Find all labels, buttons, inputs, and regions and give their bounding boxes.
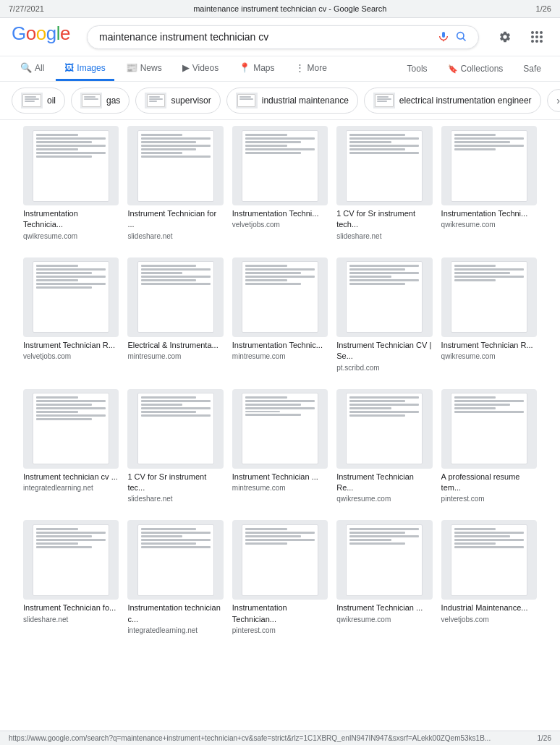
image-item-19[interactable]: Industrial Maintenance... velvetjobs.com — [441, 520, 537, 634]
image-source-4: qwikresume.com — [441, 221, 537, 229]
image-item-0[interactable]: Instrumentation Technicia... qwikresume.… — [23, 126, 119, 240]
image-title-5: Instrument Technician R... — [23, 340, 119, 351]
image-item-13[interactable]: Instrument Technician Re... qwikresume.c… — [336, 389, 432, 503]
chip-supervisor-label: supervisor — [171, 95, 211, 106]
image-source-1: slideshare.net — [127, 232, 223, 240]
image-source-9: qwikresume.com — [441, 352, 537, 360]
image-item-10[interactable]: Instrument technician cv ... integratedl… — [23, 389, 119, 503]
image-source-5: velvetjobs.com — [23, 352, 119, 360]
image-item-14[interactable]: A professional resume tem... pinterest.c… — [441, 389, 537, 503]
image-item-1[interactable]: Instrument Technician for ... slideshare… — [127, 126, 223, 240]
tab-videos-label: Videos — [192, 63, 219, 73]
image-item-17[interactable]: Instrumentation Technician... pinterest.… — [232, 520, 328, 634]
logo-e: e — [60, 22, 70, 44]
chip-gas[interactable]: gas — [71, 88, 130, 114]
google-header: Google — [0, 18, 560, 56]
image-title-11: 1 CV for Sr instrument tec... — [127, 472, 223, 494]
image-item-2[interactable]: Instrumentation Techni... velvetjobs.com — [232, 126, 328, 240]
search-input[interactable] — [99, 31, 432, 43]
apps-grid — [531, 31, 543, 43]
image-item-4[interactable]: Instrumentation Techni... qwikresume.com — [441, 126, 537, 240]
image-thumb-12 — [232, 389, 328, 469]
chip-electrical[interactable]: electrical instrumentation engineer — [364, 88, 541, 114]
image-item-15[interactable]: Instrument Technician fo... slideshare.n… — [23, 520, 119, 634]
chip-gas-thumb — [80, 93, 102, 108]
image-grid-2: Instrument Technician R... velvetjobs.co… — [12, 252, 548, 378]
image-thumb-4 — [441, 126, 537, 205]
image-thumb-5 — [23, 257, 119, 337]
chips-next-button[interactable]: › — [547, 89, 560, 112]
chip-industrial[interactable]: industrial maintenance — [226, 88, 358, 114]
image-item-9[interactable]: Instrument Technician R... qwikresume.co… — [441, 257, 537, 372]
image-thumb-11 — [127, 389, 223, 469]
nav-right: Tools 🔖 Collections Safe — [400, 59, 548, 78]
collections-button[interactable]: 🔖 Collections — [441, 59, 511, 78]
collections-label: Collections — [461, 64, 504, 74]
image-item-3[interactable]: 1 CV for Sr instrument tech... slideshar… — [336, 126, 432, 240]
image-title-10: Instrument technician cv ... — [23, 472, 119, 482]
tab-images[interactable]: 🖼 Images — [56, 56, 114, 81]
browser-bar: 7/27/2021 maintenance instrument technic… — [0, 0, 560, 18]
more-icon: ⋮ — [295, 62, 305, 73]
image-results-row3: Instrument technician cv ... integratedl… — [0, 383, 560, 515]
image-item-12[interactable]: Instrument Technician ... mintresume.com — [232, 389, 328, 503]
tools-button[interactable]: Tools — [400, 59, 435, 78]
all-icon: 🔍 — [20, 62, 32, 73]
image-thumb-9 — [441, 257, 537, 337]
image-title-12: Instrument Technician ... — [232, 472, 328, 482]
image-title-17: Instrumentation Technician... — [232, 603, 328, 625]
image-item-8[interactable]: Instrument Technician CV | Se... pt.scri… — [336, 257, 432, 372]
image-title-19: Industrial Maintenance... — [441, 603, 537, 613]
image-thumb-0 — [23, 126, 119, 205]
tab-maps-label: Maps — [253, 63, 274, 73]
image-title-13: Instrument Technician Re... — [336, 472, 432, 494]
chip-industrial-thumb — [236, 93, 258, 108]
image-title-2: Instrumentation Techni... — [232, 208, 328, 219]
image-item-6[interactable]: Electrical & Instrumenta... mintresume.c… — [127, 257, 223, 372]
image-thumb-10 — [23, 389, 119, 469]
search-box[interactable] — [87, 25, 479, 49]
image-source-14: pinterest.com — [441, 495, 537, 503]
tab-all[interactable]: 🔍 All — [12, 56, 53, 81]
chip-oil[interactable]: oil — [12, 88, 65, 114]
chip-supervisor[interactable]: supervisor — [135, 88, 220, 114]
chip-gas-label: gas — [106, 95, 120, 106]
image-source-11: slideshare.net — [127, 495, 223, 503]
images-icon: 🖼 — [64, 62, 74, 73]
browser-page-count: 1/26 — [536, 4, 551, 13]
image-results-row1: Instrumentation Technicia... qwikresume.… — [0, 120, 560, 252]
image-thumb-18 — [336, 520, 432, 600]
image-item-7[interactable]: Instrumentation Technic... mintresume.co… — [232, 257, 328, 372]
tab-more[interactable]: ⋮ More — [287, 56, 336, 81]
search-icon[interactable] — [455, 30, 467, 44]
logo-g: G — [12, 22, 26, 44]
header-icons — [493, 25, 548, 48]
google-logo[interactable]: Google — [12, 24, 78, 50]
image-item-18[interactable]: Instrument Technician ... qwikresume.com — [336, 520, 432, 634]
tab-maps[interactable]: 📍 Maps — [230, 56, 283, 81]
apps-icon[interactable] — [525, 25, 548, 48]
image-title-18: Instrument Technician ... — [336, 603, 432, 613]
maps-icon: 📍 — [239, 62, 250, 73]
tab-news[interactable]: 📰 News — [117, 56, 171, 81]
tab-videos[interactable]: ▶ Videos — [174, 56, 227, 81]
image-item-16[interactable]: Instrumentation technician c... integrat… — [127, 520, 223, 634]
image-source-12: mintresume.com — [232, 484, 328, 492]
image-thumb-2 — [232, 126, 328, 205]
safe-label: Safe — [523, 64, 541, 74]
image-thumb-15 — [23, 520, 119, 600]
chip-industrial-label: industrial maintenance — [262, 95, 349, 106]
image-grid-4: Instrument Technician fo... slideshare.n… — [12, 514, 548, 640]
logo-o2: o — [36, 22, 46, 44]
image-thumb-13 — [336, 389, 432, 469]
image-source-8: pt.scribd.com — [336, 364, 432, 372]
image-item-11[interactable]: 1 CV for Sr instrument tec... slideshare… — [127, 389, 223, 503]
settings-icon[interactable] — [493, 25, 517, 48]
image-thumb-19 — [441, 520, 537, 600]
image-results-row2: Instrument Technician R... velvetjobs.co… — [0, 252, 560, 383]
mic-icon[interactable] — [438, 30, 449, 44]
image-results-row4: Instrument Technician fo... slideshare.n… — [0, 514, 560, 646]
safe-button[interactable]: Safe — [516, 59, 548, 78]
tab-all-label: All — [35, 63, 44, 73]
image-item-5[interactable]: Instrument Technician R... velvetjobs.co… — [23, 257, 119, 372]
